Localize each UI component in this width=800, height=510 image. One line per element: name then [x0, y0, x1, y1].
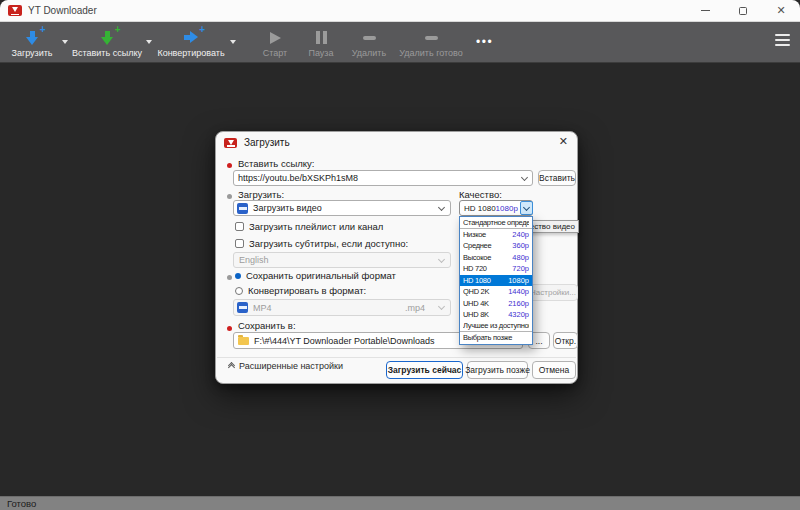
download-label: Загрузить:: [238, 189, 284, 200]
quality-selected-value: 1080p: [496, 204, 518, 213]
video-file-icon: [237, 203, 248, 214]
chevron-down-icon: [146, 40, 152, 44]
format-settings-button: Настройки...: [528, 284, 578, 301]
keep-original-label: Сохранить оригинальный формат: [246, 270, 396, 281]
download-dialog: Загрузить ✕ Вставить ссылку: Вставить За…: [215, 131, 578, 384]
chevron-down-icon: [438, 303, 445, 310]
close-icon: ✕: [776, 5, 785, 16]
chevron-down-icon: [230, 40, 236, 44]
chevron-down-icon: [438, 255, 445, 262]
chevron-down-icon: [523, 203, 530, 210]
quality-option[interactable]: Среднее360p: [460, 240, 532, 252]
toolbar: + Загрузить + Вставить ссылку + Конверти…: [0, 22, 800, 63]
quality-select[interactable]: HD 1080 1080p: [459, 200, 533, 216]
format-ext: .mp4: [405, 303, 425, 313]
quality-option[interactable]: UHD 8K4320p: [460, 309, 532, 321]
playlist-checkbox-row[interactable]: Загрузить плейлист или канал: [235, 221, 383, 232]
quality-option[interactable]: Лучшее из доступного: [460, 321, 532, 333]
quality-option[interactable]: UHD 4K2160p: [460, 298, 532, 310]
url-combo: [233, 170, 533, 186]
toolbar-convert-menu-arrow[interactable]: [226, 22, 240, 62]
status-dot-gray-icon: [227, 275, 232, 280]
dialog-title: Загрузить: [244, 137, 290, 148]
play-icon: [270, 29, 281, 46]
download-now-button[interactable]: Загрузить сейчас: [386, 361, 463, 379]
minimize-button[interactable]: [686, 0, 724, 22]
hamburger-icon: [775, 34, 790, 36]
download-mode-value: Загрузить видео: [253, 203, 322, 213]
advanced-settings-label: Расширенные настройки: [239, 361, 343, 371]
toolbar-download-button[interactable]: + Загрузить: [6, 22, 58, 62]
quality-option[interactable]: Высокое480p: [460, 252, 532, 264]
maximize-icon: [739, 7, 747, 15]
video-file-icon: [237, 302, 248, 313]
quality-option[interactable]: Стандартное определение: [460, 217, 532, 229]
subtitles-checkbox-row[interactable]: Загрузить субтитры, если доступно:: [235, 238, 408, 249]
playlist-checkbox-label: Загрузить плейлист или канал: [249, 221, 383, 232]
main-menu-button[interactable]: [775, 34, 790, 46]
toolbar-more-button[interactable]: •••: [468, 22, 501, 62]
radio-selected-icon[interactable]: [235, 273, 241, 279]
chevron-down-icon: [438, 203, 445, 210]
minus-icon: [363, 29, 376, 46]
checkbox-unchecked-icon[interactable]: [235, 239, 244, 248]
toolbar-delete-done-button: Удалить готово: [394, 22, 468, 62]
toolbar-start-button: Старт: [252, 22, 298, 62]
url-input[interactable]: [234, 171, 522, 185]
toolbar-paste-link-menu-arrow[interactable]: [142, 22, 156, 62]
toolbar-paste-link-button[interactable]: + Вставить ссылку: [72, 22, 142, 62]
close-button[interactable]: ✕: [762, 0, 800, 22]
app-window: YT Downloader ✕ + Загрузить + Вставить с…: [0, 0, 800, 510]
quality-selected-name: HD 1080: [464, 204, 496, 213]
status-bar: Готово: [0, 496, 800, 510]
convert-format-label: Конвертировать в формат:: [248, 285, 366, 296]
status-dot-red-icon: [227, 326, 232, 331]
format-select: MP4 .mp4: [233, 299, 451, 316]
quality-dropdown-button[interactable]: [520, 201, 533, 215]
toolbar-download-menu-arrow[interactable]: [58, 22, 72, 62]
double-chevron-up-icon: [229, 363, 234, 370]
quality-option[interactable]: Выбрать позже: [460, 332, 532, 344]
minus-icon: [425, 29, 438, 46]
chevron-down-icon[interactable]: [521, 174, 528, 181]
toolbar-pause-button: Пауза: [298, 22, 344, 62]
window-titlebar: YT Downloader ✕: [0, 0, 800, 22]
chevron-down-icon: [62, 40, 68, 44]
window-controls: ✕: [686, 0, 800, 22]
maximize-button[interactable]: [724, 0, 762, 22]
quality-dropdown-list: Стандартное определение Низкое240p Средн…: [459, 216, 533, 345]
download-mode-select[interactable]: Загрузить видео: [233, 200, 451, 216]
dialog-close-button[interactable]: ✕: [559, 136, 568, 147]
paste-link-arrow-plus-icon: +: [101, 29, 114, 46]
download-arrow-plus-icon: +: [26, 29, 39, 46]
open-folder-button[interactable]: Откр.: [553, 332, 578, 349]
quality-label: Качество:: [459, 189, 502, 200]
dialog-titlebar: Загрузить ✕: [216, 132, 577, 153]
checkbox-unchecked-icon[interactable]: [235, 222, 244, 231]
download-later-button[interactable]: Загрузить позже: [467, 361, 528, 379]
toolbar-convert-button[interactable]: + Конвертировать: [156, 22, 226, 62]
cancel-button[interactable]: Отмена: [532, 361, 576, 379]
save-to-label: Сохранить в:: [238, 320, 296, 331]
app-tv-icon: [224, 138, 237, 148]
advanced-settings-toggle[interactable]: Расширенные настройки: [229, 361, 343, 371]
paste-button[interactable]: Вставить: [538, 170, 576, 186]
quality-option[interactable]: HD 720720p: [460, 263, 532, 275]
ellipsis-icon: •••: [476, 35, 493, 49]
radio-unselected-icon[interactable]: [235, 287, 243, 295]
toolbar-delete-button: Удалить: [344, 22, 394, 62]
save-path-value: F:\#\444\YT Downloader Portable\Download…: [254, 336, 434, 346]
keep-original-radio-row[interactable]: Сохранить оригинальный формат: [235, 270, 396, 281]
folder-icon: [238, 337, 249, 345]
status-text: Готово: [7, 498, 36, 509]
paste-link-label: Вставить ссылку:: [238, 158, 314, 169]
status-dot-red-icon: [227, 163, 232, 168]
subtitle-language-value: English: [239, 255, 269, 265]
status-dot-gray-icon: [227, 194, 232, 199]
quality-option-selected[interactable]: HD 10801080p: [460, 275, 532, 287]
subtitle-language-select: English: [233, 252, 451, 268]
quality-option[interactable]: QHD 2K1440p: [460, 286, 532, 298]
convert-format-radio-row[interactable]: Конвертировать в формат:: [235, 285, 366, 296]
quality-option[interactable]: Низкое240p: [460, 229, 532, 241]
app-tv-icon: [8, 5, 22, 16]
